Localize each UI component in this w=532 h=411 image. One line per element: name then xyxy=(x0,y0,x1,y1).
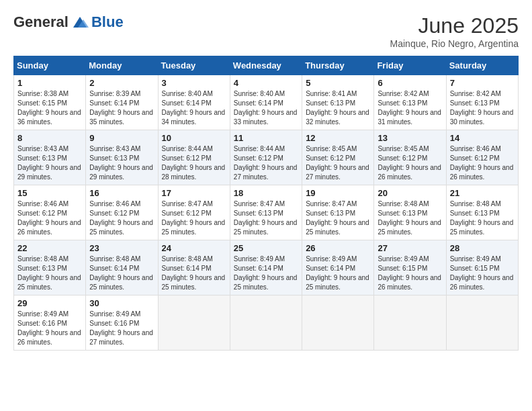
day-info: Sunrise: 8:38 AM Sunset: 6:15 PM Dayligh… xyxy=(17,89,82,127)
day-number: 16 xyxy=(89,188,154,198)
day-number: 9 xyxy=(89,133,154,143)
calendar-week-row: 29Sunrise: 8:49 AM Sunset: 6:16 PM Dayli… xyxy=(14,295,519,351)
calendar-cell: 20Sunrise: 8:48 AM Sunset: 6:13 PM Dayli… xyxy=(374,185,446,240)
day-number: 12 xyxy=(306,133,370,143)
day-info: Sunrise: 8:39 AM Sunset: 6:14 PM Dayligh… xyxy=(89,89,154,127)
calendar-week-row: 22Sunrise: 8:48 AM Sunset: 6:13 PM Dayli… xyxy=(14,240,519,295)
calendar-week-row: 15Sunrise: 8:46 AM Sunset: 6:12 PM Dayli… xyxy=(14,185,519,240)
calendar-cell xyxy=(374,295,446,351)
day-number: 28 xyxy=(450,243,515,253)
calendar-table: SundayMondayTuesdayWednesdayThursdayFrid… xyxy=(13,56,519,351)
weekday-header-tuesday: Tuesday xyxy=(158,56,230,75)
calendar-cell: 15Sunrise: 8:46 AM Sunset: 6:12 PM Dayli… xyxy=(14,185,86,240)
day-info: Sunrise: 8:42 AM Sunset: 6:13 PM Dayligh… xyxy=(378,89,442,127)
day-number: 5 xyxy=(306,78,370,88)
day-info: Sunrise: 8:49 AM Sunset: 6:14 PM Dayligh… xyxy=(234,255,298,292)
title-area: June 2025 Mainque, Rio Negro, Argentina xyxy=(390,13,519,49)
calendar-cell: 14Sunrise: 8:46 AM Sunset: 6:12 PM Dayli… xyxy=(446,130,518,185)
day-info: Sunrise: 8:48 AM Sunset: 6:14 PM Dayligh… xyxy=(89,255,154,292)
day-info: Sunrise: 8:48 AM Sunset: 6:13 PM Dayligh… xyxy=(17,255,82,292)
calendar-cell: 3Sunrise: 8:40 AM Sunset: 6:14 PM Daylig… xyxy=(158,75,230,130)
calendar-cell: 21Sunrise: 8:48 AM Sunset: 6:13 PM Dayli… xyxy=(446,185,518,240)
weekday-header-monday: Monday xyxy=(86,56,158,75)
day-number: 18 xyxy=(234,188,298,198)
day-info: Sunrise: 8:49 AM Sunset: 6:15 PM Dayligh… xyxy=(378,255,442,292)
day-info: Sunrise: 8:49 AM Sunset: 6:14 PM Dayligh… xyxy=(306,255,370,292)
calendar-week-row: 8Sunrise: 8:43 AM Sunset: 6:13 PM Daylig… xyxy=(14,130,519,185)
calendar-cell: 28Sunrise: 8:49 AM Sunset: 6:15 PM Dayli… xyxy=(446,240,518,295)
day-info: Sunrise: 8:45 AM Sunset: 6:12 PM Dayligh… xyxy=(378,144,442,182)
calendar-cell: 23Sunrise: 8:48 AM Sunset: 6:14 PM Dayli… xyxy=(86,240,158,295)
day-number: 20 xyxy=(378,188,442,198)
calendar-cell: 1Sunrise: 8:38 AM Sunset: 6:15 PM Daylig… xyxy=(14,75,86,130)
day-number: 13 xyxy=(378,133,442,143)
calendar-cell: 30Sunrise: 8:49 AM Sunset: 6:16 PM Dayli… xyxy=(86,295,158,351)
day-number: 3 xyxy=(162,78,226,88)
day-number: 7 xyxy=(450,78,515,88)
day-info: Sunrise: 8:43 AM Sunset: 6:13 PM Dayligh… xyxy=(17,144,82,182)
weekday-header-row: SundayMondayTuesdayWednesdayThursdayFrid… xyxy=(14,56,519,75)
day-info: Sunrise: 8:44 AM Sunset: 6:12 PM Dayligh… xyxy=(162,144,226,182)
day-number: 10 xyxy=(162,133,226,143)
logo-blue-text: Blue xyxy=(91,13,124,31)
day-info: Sunrise: 8:46 AM Sunset: 6:12 PM Dayligh… xyxy=(89,199,154,237)
day-info: Sunrise: 8:46 AM Sunset: 6:12 PM Dayligh… xyxy=(17,199,82,237)
calendar-cell: 29Sunrise: 8:49 AM Sunset: 6:16 PM Dayli… xyxy=(14,295,86,351)
day-info: Sunrise: 8:47 AM Sunset: 6:13 PM Dayligh… xyxy=(234,199,298,237)
day-info: Sunrise: 8:47 AM Sunset: 6:12 PM Dayligh… xyxy=(162,199,226,237)
day-number: 22 xyxy=(17,243,82,253)
weekday-header-saturday: Saturday xyxy=(446,56,518,75)
day-number: 27 xyxy=(378,243,442,253)
calendar-cell: 17Sunrise: 8:47 AM Sunset: 6:12 PM Dayli… xyxy=(158,185,230,240)
calendar-cell xyxy=(158,295,230,351)
calendar-cell: 12Sunrise: 8:45 AM Sunset: 6:12 PM Dayli… xyxy=(302,130,374,185)
weekday-header-sunday: Sunday xyxy=(14,56,86,75)
calendar-cell: 16Sunrise: 8:46 AM Sunset: 6:12 PM Dayli… xyxy=(86,185,158,240)
day-number: 17 xyxy=(162,188,226,198)
day-info: Sunrise: 8:47 AM Sunset: 6:13 PM Dayligh… xyxy=(306,199,370,237)
calendar-cell xyxy=(230,295,302,351)
calendar-cell: 2Sunrise: 8:39 AM Sunset: 6:14 PM Daylig… xyxy=(86,75,158,130)
day-info: Sunrise: 8:40 AM Sunset: 6:14 PM Dayligh… xyxy=(162,89,226,127)
logo-icon xyxy=(70,14,90,30)
day-info: Sunrise: 8:48 AM Sunset: 6:13 PM Dayligh… xyxy=(378,199,442,237)
day-number: 4 xyxy=(234,78,298,88)
weekday-header-friday: Friday xyxy=(374,56,446,75)
day-number: 30 xyxy=(89,298,154,308)
day-number: 19 xyxy=(306,188,370,198)
logo-general-text: General xyxy=(13,13,69,31)
location-subtitle: Mainque, Rio Negro, Argentina xyxy=(390,38,519,49)
header: General Blue June 2025 Mainque, Rio Negr… xyxy=(13,13,519,49)
weekday-header-thursday: Thursday xyxy=(302,56,374,75)
calendar-cell: 9Sunrise: 8:43 AM Sunset: 6:13 PM Daylig… xyxy=(86,130,158,185)
calendar-cell: 18Sunrise: 8:47 AM Sunset: 6:13 PM Dayli… xyxy=(230,185,302,240)
calendar-cell: 24Sunrise: 8:48 AM Sunset: 6:14 PM Dayli… xyxy=(158,240,230,295)
day-info: Sunrise: 8:49 AM Sunset: 6:15 PM Dayligh… xyxy=(450,255,515,292)
calendar-cell: 8Sunrise: 8:43 AM Sunset: 6:13 PM Daylig… xyxy=(14,130,86,185)
day-info: Sunrise: 8:45 AM Sunset: 6:12 PM Dayligh… xyxy=(306,144,370,182)
calendar-cell xyxy=(446,295,518,351)
day-number: 8 xyxy=(17,133,82,143)
calendar-cell: 6Sunrise: 8:42 AM Sunset: 6:13 PM Daylig… xyxy=(374,75,446,130)
day-info: Sunrise: 8:41 AM Sunset: 6:13 PM Dayligh… xyxy=(306,89,370,127)
day-info: Sunrise: 8:49 AM Sunset: 6:16 PM Dayligh… xyxy=(89,310,154,347)
day-info: Sunrise: 8:48 AM Sunset: 6:13 PM Dayligh… xyxy=(450,199,515,237)
calendar-cell: 13Sunrise: 8:45 AM Sunset: 6:12 PM Dayli… xyxy=(374,130,446,185)
day-number: 24 xyxy=(162,243,226,253)
day-info: Sunrise: 8:44 AM Sunset: 6:12 PM Dayligh… xyxy=(234,144,298,182)
calendar-cell xyxy=(302,295,374,351)
calendar-cell: 25Sunrise: 8:49 AM Sunset: 6:14 PM Dayli… xyxy=(230,240,302,295)
day-number: 25 xyxy=(234,243,298,253)
calendar-cell: 5Sunrise: 8:41 AM Sunset: 6:13 PM Daylig… xyxy=(302,75,374,130)
day-info: Sunrise: 8:43 AM Sunset: 6:13 PM Dayligh… xyxy=(89,144,154,182)
day-number: 29 xyxy=(17,298,82,308)
calendar-cell: 7Sunrise: 8:42 AM Sunset: 6:13 PM Daylig… xyxy=(446,75,518,130)
day-number: 6 xyxy=(378,78,442,88)
day-number: 26 xyxy=(306,243,370,253)
day-info: Sunrise: 8:49 AM Sunset: 6:16 PM Dayligh… xyxy=(17,310,82,347)
day-info: Sunrise: 8:40 AM Sunset: 6:14 PM Dayligh… xyxy=(234,89,298,127)
day-number: 11 xyxy=(234,133,298,143)
day-info: Sunrise: 8:46 AM Sunset: 6:12 PM Dayligh… xyxy=(450,144,515,182)
month-title: June 2025 xyxy=(390,13,519,38)
calendar-cell: 22Sunrise: 8:48 AM Sunset: 6:13 PM Dayli… xyxy=(14,240,86,295)
